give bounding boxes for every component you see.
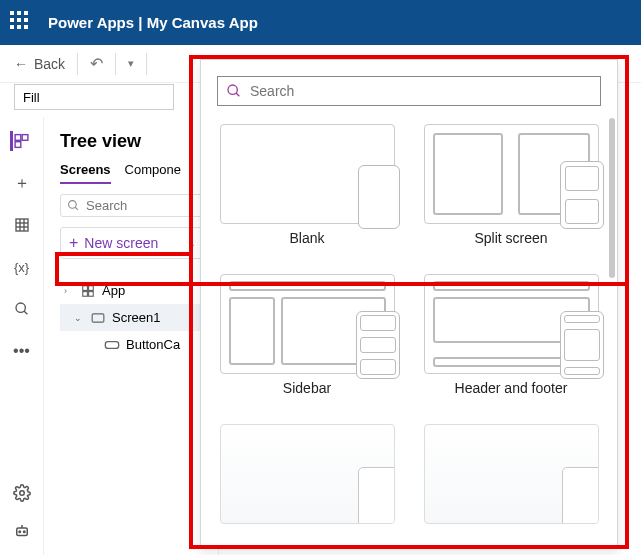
plus-icon: + [69, 234, 78, 252]
svg-point-12 [19, 531, 21, 533]
svg-line-16 [75, 207, 78, 210]
template-label: Blank [289, 230, 324, 246]
data-icon[interactable] [12, 215, 32, 235]
tree-tabs: Screens Compone [60, 162, 218, 184]
svg-point-8 [16, 303, 25, 312]
screen-icon [90, 312, 106, 324]
app-icon [80, 284, 96, 298]
divider [77, 53, 78, 75]
template-grid: Blank Split screen Sidebar Header and fo… [217, 124, 601, 396]
svg-rect-19 [83, 291, 88, 296]
new-screen-label: New screen [84, 235, 158, 251]
app-launcher-icon[interactable] [10, 11, 34, 35]
flyout-search-input[interactable] [250, 83, 592, 99]
search-placeholder: Search [86, 198, 127, 213]
svg-rect-0 [15, 135, 21, 141]
svg-rect-17 [83, 285, 88, 290]
search-icon [67, 199, 80, 212]
template-card[interactable] [421, 424, 601, 524]
search-icon [226, 83, 242, 99]
tree-item-app[interactable]: › App [60, 277, 218, 304]
template-blank[interactable]: Blank [217, 124, 397, 246]
arrow-left-icon: ← [14, 56, 28, 72]
virtual-agent-icon[interactable] [12, 521, 32, 541]
template-label: Header and footer [455, 380, 568, 396]
insert-icon[interactable]: ＋ [12, 173, 32, 193]
template-row-partial [217, 424, 601, 524]
settings-icon[interactable] [12, 483, 32, 503]
app-title: Power Apps | My Canvas App [48, 14, 258, 31]
title-bar: Power Apps | My Canvas App [0, 0, 641, 45]
chevron-down-icon[interactable]: ▾ [128, 57, 134, 70]
template-thumb [220, 274, 395, 374]
template-header-footer[interactable]: Header and footer [421, 274, 601, 396]
svg-rect-3 [16, 219, 28, 231]
back-label: Back [34, 56, 65, 72]
template-thumb [424, 424, 599, 524]
new-screen-button[interactable]: + New screen ⌄ [60, 227, 205, 259]
svg-rect-1 [22, 135, 28, 141]
tree-search[interactable]: Search [60, 194, 205, 217]
svg-rect-20 [89, 291, 94, 296]
svg-rect-22 [105, 341, 118, 348]
tree-item-button[interactable]: ButtonCa [60, 331, 218, 358]
chevron-right-icon: › [64, 286, 74, 296]
new-screen-flyout: Blank Split screen Sidebar Header and fo… [200, 59, 618, 549]
chevron-down-icon: ⌄ [188, 238, 196, 249]
svg-rect-21 [92, 313, 104, 321]
tab-components[interactable]: Compone [125, 162, 181, 184]
tree-view-icon[interactable] [10, 131, 30, 151]
template-thumb [424, 274, 599, 374]
search-icon[interactable] [12, 299, 32, 319]
svg-point-15 [69, 201, 77, 209]
back-button[interactable]: ← Back [14, 56, 65, 72]
svg-point-23 [228, 85, 237, 94]
tree-item-label: ButtonCa [126, 337, 180, 352]
tree-item-label: App [102, 283, 125, 298]
more-icon[interactable]: ••• [12, 341, 32, 361]
divider [115, 53, 116, 75]
template-thumb [220, 424, 395, 524]
scrollbar-thumb[interactable] [609, 118, 615, 278]
button-icon [104, 340, 120, 350]
tree-item-screen1[interactable]: ⌄ Screen1 [60, 304, 218, 331]
panel-title: Tree view [60, 131, 218, 152]
tab-screens[interactable]: Screens [60, 162, 111, 184]
template-label: Sidebar [283, 380, 331, 396]
tree-items: › App ⌄ Screen1 ButtonCa [60, 277, 218, 358]
template-label: Split screen [474, 230, 547, 246]
undo-button[interactable]: ↶ [90, 54, 103, 73]
svg-point-10 [19, 491, 24, 496]
left-rail: ＋ {x} ••• [0, 117, 44, 555]
svg-line-24 [236, 93, 239, 96]
chevron-down-icon: ⌄ [74, 313, 84, 323]
svg-line-9 [24, 311, 27, 314]
template-card[interactable] [217, 424, 397, 524]
tree-item-label: Screen1 [112, 310, 160, 325]
svg-point-13 [23, 531, 25, 533]
template-split-screen[interactable]: Split screen [421, 124, 601, 246]
tree-view-panel: Tree view Screens Compone Search + New s… [44, 117, 219, 555]
svg-rect-18 [89, 285, 94, 290]
property-selector[interactable] [14, 84, 174, 110]
template-thumb [424, 124, 599, 224]
template-sidebar[interactable]: Sidebar [217, 274, 397, 396]
svg-rect-2 [15, 142, 21, 148]
divider [146, 53, 147, 75]
flyout-search[interactable] [217, 76, 601, 106]
variables-icon[interactable]: {x} [12, 257, 32, 277]
template-thumb [220, 124, 395, 224]
